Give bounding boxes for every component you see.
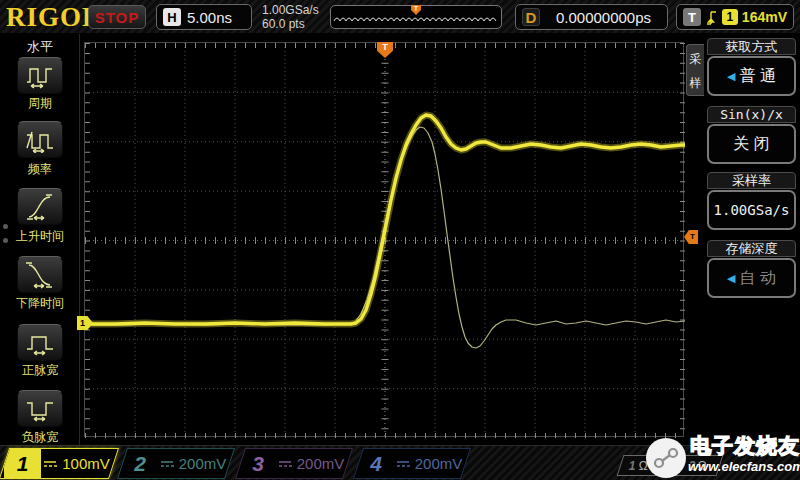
measure-button-pos-pulse-width[interactable] [17, 324, 63, 361]
channel-1-status[interactable]: 1 100mV [0, 448, 119, 479]
menu-item-memory-depth[interactable]: 存储深度 ◀ 自 动 [707, 240, 796, 298]
neg-pulse-width-icon [24, 396, 56, 422]
measure-button-rise-time[interactable] [17, 188, 63, 225]
rising-edge-icon [705, 9, 718, 26]
ch2-impedance-badge: 2 Ω [673, 455, 724, 476]
sine-wave-icon: ∿ [651, 459, 661, 473]
rigol-logo: RIGOL [6, 2, 101, 33]
channel-3-scale: 200mV [275, 449, 347, 478]
sample-rate-readout: 1.00GSa/s 60.0 pts [262, 3, 319, 31]
channel-1-number: 1 [4, 448, 41, 479]
measure-label-period: 周期 [0, 95, 80, 112]
measure-label-fall-time: 下降时间 [0, 295, 80, 312]
measure-button-neg-pulse-width[interactable] [17, 390, 63, 427]
timebase-value: 5.00ns [187, 9, 232, 26]
channel-2-status[interactable]: 2 200mV [117, 448, 235, 479]
memory-points-value: 60.0 pts [262, 17, 319, 31]
channel-2-number: 2 [123, 449, 157, 478]
pos-pulse-width-icon [24, 330, 56, 356]
measure-button-frequency[interactable] [17, 121, 63, 158]
menu-header-memory-depth: 存储深度 [707, 240, 796, 257]
t-key-badge: T [683, 8, 701, 26]
measure-label-rise-time: 上升时间 [0, 228, 80, 245]
d-key-badge: D [522, 8, 540, 26]
dc-coupling-icon [278, 459, 292, 469]
menu-item-sinx[interactable]: Sin(x)/x 关 闭 [707, 106, 796, 164]
menu-value-acquire-mode[interactable]: ◀ 普 通 [707, 56, 796, 96]
measure-button-period[interactable] [17, 57, 63, 94]
channel-3-scale-value: 200mV [297, 455, 345, 472]
bezel-dot [3, 224, 8, 229]
menu-value-sinx[interactable]: 关 闭 [707, 124, 796, 164]
dc-coupling-icon [160, 459, 174, 469]
top-status-bar: RIGOL STOP H 5.00ns 1.00GSa/s 60.0 pts T… [0, 0, 800, 34]
rise-time-icon [24, 193, 56, 221]
bezel-dot [3, 238, 8, 243]
oscilloscope-screen: RIGOL STOP H 5.00ns 1.00GSa/s 60.0 pts T… [0, 0, 800, 480]
ohm-symbol: Ω [639, 459, 648, 473]
menu-header-sinx: Sin(x)/x [707, 106, 796, 123]
waveform-memory-preview[interactable]: T [330, 5, 502, 29]
channel-1-scale-value: 100mV [62, 455, 110, 472]
trigger-readout-box[interactable]: T 1 164mV [676, 4, 794, 30]
trigger-level-marker[interactable]: T [684, 230, 698, 244]
channel-3-status[interactable]: 3 200mV [235, 448, 353, 479]
menu-header-acquire-mode: 获取方式 [707, 38, 796, 55]
delay-value: 0.00000000ps [546, 9, 661, 26]
horizontal-measure-sidebar: 水平 周期 频率 上升时间 [0, 34, 80, 446]
channel-1-scale: 100mV [40, 449, 113, 478]
trigger-source-badge: 1 [722, 9, 738, 25]
selected-arrow-icon: ◀ [727, 272, 735, 285]
impedance-ch-number: 1 [629, 459, 636, 473]
menu-header-sample-rate: 采样率 [707, 172, 796, 189]
measure-label-frequency: 频率 [0, 161, 80, 178]
frequency-icon [24, 127, 56, 153]
period-icon [24, 63, 56, 89]
ch1-impedance-badge: 1 Ω ∿ [617, 455, 674, 476]
run-stop-status[interactable]: STOP [88, 5, 146, 29]
waveform-display-area [84, 42, 684, 437]
channel-status-bar: 1 100mV 2 200mV 3 200m [0, 445, 800, 480]
channel-3-number: 3 [241, 449, 275, 478]
menu-item-sample-rate[interactable]: 采样率 1.00GSa/s [707, 172, 796, 230]
sample-rate-value: 1.00GSa/s [262, 3, 319, 17]
dc-coupling-icon [43, 459, 57, 469]
h-key-badge: H [163, 8, 181, 26]
menu-value-memory-depth[interactable]: ◀ 自 动 [707, 258, 796, 298]
horizontal-timebase-box[interactable]: H 5.00ns [156, 4, 252, 30]
fall-time-icon [24, 261, 56, 289]
channel-4-status[interactable]: 4 200mV [353, 448, 471, 479]
measure-button-fall-time[interactable] [17, 256, 63, 293]
delay-readout-box[interactable]: D 0.00000000ps [515, 4, 668, 30]
measure-label-pos-pulse-width: 正脉宽 [0, 362, 80, 379]
channel-4-number: 4 [359, 449, 393, 478]
waveform-traces [85, 43, 685, 438]
channel-2-scale: 200mV [157, 449, 229, 478]
acquire-mode-value: 普 通 [740, 66, 776, 87]
dc-coupling-icon [396, 459, 410, 469]
sample-rate-menu-value: 1.00GSa/s [714, 202, 790, 218]
menu-item-acquire-mode[interactable]: 获取方式 ◀ 普 通 [707, 38, 796, 96]
selected-arrow-icon: ◀ [727, 70, 735, 83]
sinx-value: 关 闭 [733, 134, 769, 155]
impedance-ch-number: 2 [689, 459, 696, 473]
measure-label-neg-pulse-width: 负脉宽 [0, 429, 80, 446]
menu-tab-sampling: 采样 [686, 44, 704, 96]
channel-4-scale-value: 200mV [415, 455, 463, 472]
ohm-symbol: Ω [698, 459, 707, 473]
menu-value-sample-rate: 1.00GSa/s [707, 190, 796, 230]
sidebar-title: 水平 [0, 38, 80, 56]
channel-2-scale-value: 200mV [179, 455, 227, 472]
trigger-level-value: 164mV [742, 9, 787, 25]
channel-4-scale: 200mV [393, 449, 465, 478]
memory-depth-value: 自 动 [740, 268, 776, 289]
